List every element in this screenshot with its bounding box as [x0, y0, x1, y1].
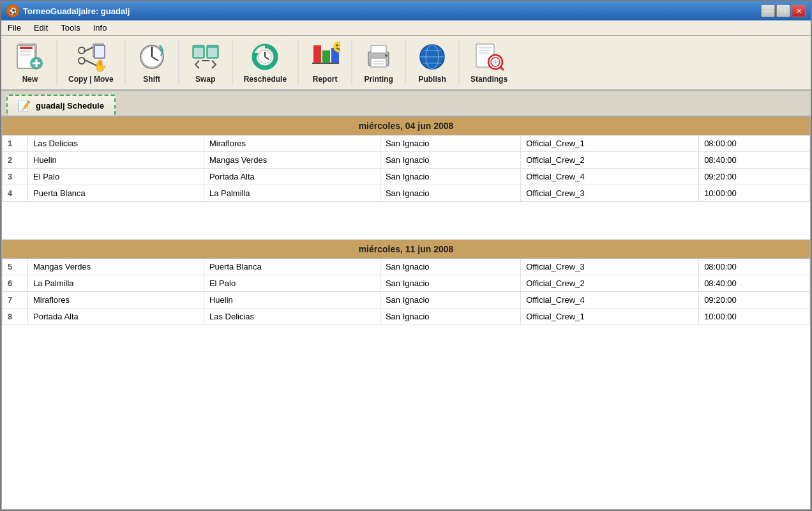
new-icon	[15, 42, 45, 72]
copy-move-label: Copy | Move	[68, 75, 114, 84]
table-row[interactable]: 8Portada AltaLas DeliciasSan IgnacioOffi…	[3, 309, 810, 325]
shift-button[interactable]: Shift	[128, 38, 176, 87]
new-button[interactable]: New	[6, 38, 54, 87]
svg-line-52	[500, 67, 503, 70]
empty-row	[3, 202, 810, 215]
table-row[interactable]: 4Puerta BlancaLa PalmillaSan IgnacioOffi…	[3, 185, 810, 202]
svg-rect-4	[20, 54, 30, 56]
menu-info[interactable]: Info	[89, 22, 111, 34]
swap-label: Swap	[195, 75, 215, 84]
svg-rect-38	[373, 61, 384, 62]
sep-5	[297, 40, 299, 85]
sep-4	[232, 40, 233, 85]
svg-rect-28	[313, 45, 321, 63]
publish-label: Publish	[418, 75, 446, 84]
svg-rect-22	[208, 48, 217, 57]
empty-row	[3, 351, 810, 363]
svg-rect-13	[94, 45, 105, 58]
window-title: TorneoGuadaljaire: guadalj	[23, 6, 130, 16]
standings-label: Standings	[470, 75, 508, 84]
toolbar: New ✋ Copy | Move	[1, 36, 811, 91]
table-row[interactable]: 5Mangas VerdesPuerta BlancaSan IgnacioOf…	[3, 259, 810, 275]
menu-bar: File Edit Tools Info	[1, 20, 811, 36]
report-icon	[310, 42, 340, 72]
sep-8	[458, 40, 460, 85]
sep-6	[351, 40, 352, 85]
sep-1	[56, 40, 57, 85]
menu-edit[interactable]: Edit	[30, 22, 52, 34]
reschedule-label: Reschedule	[244, 75, 287, 84]
menu-tools[interactable]: Tools	[57, 22, 84, 34]
printing-icon	[363, 42, 394, 72]
table-row[interactable]: 2HuelinMangas VerdesSan IgnacioOfficial_…	[3, 152, 810, 169]
svg-rect-47	[479, 47, 492, 49]
table-row[interactable]: 6La PalmillaEl PaloSan IgnacioOfficial_C…	[3, 275, 810, 292]
table-row[interactable]: 7MirafloresHuelinSan IgnacioOfficial_Cre…	[3, 292, 810, 309]
schedule-table: miércoles, 04 jun 20081Las DeliciasMiraf…	[2, 116, 810, 363]
empty-row	[3, 338, 810, 351]
schedule-tab[interactable]: 📝 guadalj Schedule	[6, 95, 116, 116]
svg-rect-39	[373, 63, 384, 65]
swap-icon	[190, 42, 221, 72]
svg-point-40	[385, 54, 387, 57]
svg-rect-37	[371, 58, 386, 67]
svg-rect-49	[479, 52, 489, 54]
svg-rect-29	[322, 50, 330, 63]
copy-move-button[interactable]: ✋ Copy | Move	[60, 38, 122, 87]
close-button[interactable]: ✕	[792, 4, 806, 17]
report-button[interactable]: Report	[301, 38, 349, 87]
empty-row	[3, 325, 810, 338]
date-header-row: miércoles, 11 jun 2008	[3, 240, 810, 259]
publish-icon	[417, 42, 447, 72]
main-content: miércoles, 04 jun 20081Las DeliciasMiraf…	[1, 116, 811, 510]
reschedule-icon	[250, 42, 280, 72]
empty-row	[3, 215, 810, 227]
svg-rect-2	[20, 47, 33, 49]
table-row[interactable]: 3El PaloPortada AltaSan IgnacioOfficial_…	[3, 169, 810, 185]
new-label: New	[22, 75, 38, 84]
maximize-button[interactable]: □	[776, 4, 790, 17]
tab-area: 📝 guadalj Schedule	[1, 91, 811, 116]
swap-button[interactable]: Swap	[182, 38, 229, 87]
minimize-button[interactable]: —	[761, 4, 775, 17]
shift-label: Shift	[143, 75, 160, 84]
sep-2	[124, 40, 126, 85]
svg-point-8	[79, 47, 85, 54]
table-row[interactable]: 1Las DeliciasMirafloresSan IgnacioOffici…	[3, 135, 810, 152]
title-bar: ⚽ TorneoGuadaljaire: guadalj — □ ✕	[1, 1, 811, 20]
standings-icon	[474, 42, 504, 72]
printing-label: Printing	[364, 75, 393, 84]
report-label: Report	[313, 75, 338, 84]
svg-rect-3	[20, 50, 31, 52]
printing-button[interactable]: Printing	[355, 38, 402, 87]
tab-label: guadalj Schedule	[36, 101, 104, 111]
reschedule-button[interactable]: Reschedule	[236, 38, 295, 87]
title-bar-left: ⚽ TorneoGuadaljaire: guadalj	[6, 4, 130, 17]
sep-3	[178, 40, 179, 85]
date-header-row: miércoles, 04 jun 2008	[3, 117, 810, 135]
svg-point-9	[79, 57, 85, 64]
title-buttons: — □ ✕	[761, 4, 806, 17]
copy-move-icon: ✋	[75, 42, 106, 72]
svg-rect-36	[371, 45, 386, 53]
svg-text:✋: ✋	[93, 59, 106, 72]
app-icon: ⚽	[6, 4, 19, 17]
publish-button[interactable]: Publish	[409, 38, 456, 87]
empty-row	[3, 227, 810, 240]
shift-icon	[137, 42, 167, 72]
tab-icon: 📝	[18, 100, 31, 112]
standings-button[interactable]: Standings	[462, 38, 516, 87]
main-window: ⚽ TorneoGuadaljaire: guadalj — □ ✕ File …	[0, 0, 812, 511]
svg-rect-48	[479, 50, 490, 51]
menu-file[interactable]: File	[4, 22, 25, 34]
svg-rect-20	[194, 48, 203, 57]
sep-7	[405, 40, 406, 85]
svg-point-32	[336, 45, 338, 47]
